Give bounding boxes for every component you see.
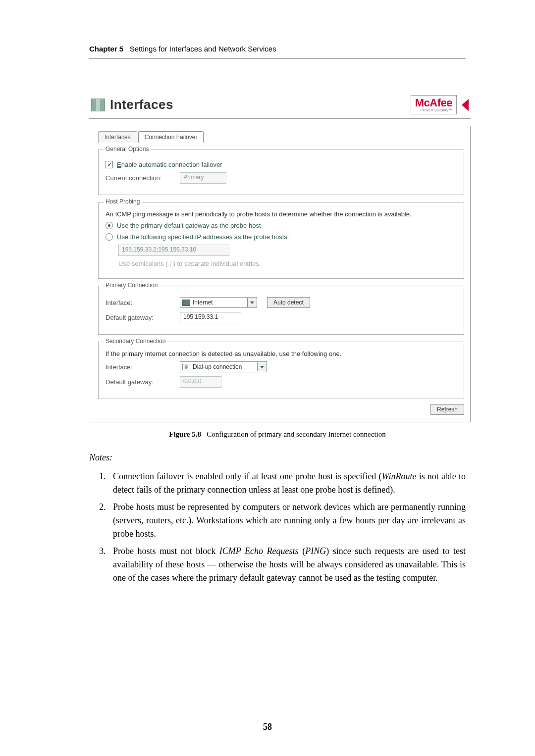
enable-failover-label: Enable automatic connection failover bbox=[117, 161, 222, 168]
primary-interface-value: Internet bbox=[193, 299, 247, 306]
brand-triangle-icon bbox=[462, 99, 469, 111]
running-header: Chapter 5 Settings for Interfaces and Ne… bbox=[89, 45, 466, 53]
secondary-interface-select[interactable]: Dial-up connection bbox=[180, 361, 267, 372]
tab-interfaces[interactable]: Interfaces bbox=[98, 131, 137, 143]
probe-specified-ip-label: Use the following specified IP addresses… bbox=[117, 233, 289, 241]
current-connection-label: Current connection: bbox=[106, 174, 180, 182]
secondary-interface-label: Interface: bbox=[106, 363, 180, 371]
brand-name: McAfee bbox=[415, 98, 452, 108]
current-connection-value: Primary bbox=[180, 172, 226, 184]
notes-heading: Notes: bbox=[89, 453, 466, 463]
secondary-gateway-input[interactable]: 0.0.0.0 bbox=[180, 376, 221, 388]
group-general-options: General Options ✔ Enable automatic conne… bbox=[98, 150, 464, 195]
screenshot-panel: Interfaces McAfee Proven Security™ Inter… bbox=[89, 93, 471, 422]
dialup-icon bbox=[182, 364, 190, 370]
probe-default-gateway-radio[interactable] bbox=[106, 222, 113, 229]
panel-title: Interfaces bbox=[110, 97, 411, 112]
chapter-label: Chapter 5 bbox=[89, 45, 123, 53]
enable-failover-checkbox[interactable]: ✔ bbox=[106, 161, 113, 168]
note-item-1: Connection failover is enabled only if a… bbox=[108, 470, 466, 497]
refresh-button[interactable]: Refresh bbox=[430, 404, 464, 415]
figure-caption-text: Configuration of primary and secondary I… bbox=[207, 430, 386, 438]
figure-number: Figure 5.8 bbox=[169, 430, 201, 438]
header-rule bbox=[89, 58, 466, 58]
primary-interface-select[interactable]: Internet bbox=[180, 297, 257, 308]
note-item-3: Probe hosts must not block ICMP Echo Req… bbox=[108, 545, 466, 585]
group-secondary-connection: Secondary Connection If the primary Inte… bbox=[98, 342, 464, 399]
network-adapter-icon bbox=[182, 300, 190, 306]
note-item-2: Probe hosts must be represented by compu… bbox=[108, 501, 466, 541]
legend-general: General Options bbox=[104, 146, 151, 152]
probe-hint: Use semicolons ( ; ) to separate individ… bbox=[118, 260, 261, 267]
chevron-down-icon[interactable] bbox=[257, 362, 267, 371]
primary-gateway-input[interactable]: 195.159.33.1 bbox=[180, 312, 241, 323]
legend-primary: Primary Connection bbox=[104, 282, 160, 289]
brand-tagline: Proven Security™ bbox=[415, 108, 452, 112]
group-host-probing: Host Probing An ICMP ping message is sen… bbox=[98, 202, 464, 279]
probe-default-gateway-label: Use the primary default gateway as the p… bbox=[117, 222, 261, 229]
probe-specified-ip-radio[interactable] bbox=[106, 233, 113, 241]
figure-caption: Figure 5.8 Configuration of primary and … bbox=[89, 430, 466, 439]
chapter-title: Settings for Interfaces and Network Serv… bbox=[130, 45, 276, 53]
group-primary-connection: Primary Connection Interface: Internet A… bbox=[98, 286, 464, 335]
legend-host-probing: Host Probing bbox=[104, 198, 142, 205]
tab-connection-failover[interactable]: Connection Failover bbox=[138, 131, 204, 143]
page-number: 58 bbox=[0, 722, 535, 732]
brand-box: McAfee Proven Security™ bbox=[411, 95, 457, 114]
auto-detect-button[interactable]: Auto detect bbox=[267, 297, 310, 308]
legend-secondary: Secondary Connection bbox=[104, 338, 167, 345]
tab-bar: Interfaces Connection Failover bbox=[98, 131, 464, 143]
secondary-interface-value: Dial-up connection bbox=[193, 363, 257, 370]
notes-list: Connection failover is enabled only if a… bbox=[89, 470, 466, 585]
primary-gateway-label: Default gateway: bbox=[106, 314, 180, 321]
primary-interface-label: Interface: bbox=[106, 299, 180, 306]
secondary-desc: If the primary Internet connection is de… bbox=[106, 350, 341, 357]
secondary-gateway-label: Default gateway: bbox=[106, 378, 180, 386]
host-probing-desc: An ICMP ping message is sent periodicall… bbox=[106, 210, 412, 218]
probe-ip-input[interactable]: 195.159.33.2;195.159.33.10 bbox=[118, 245, 229, 256]
chevron-down-icon[interactable] bbox=[247, 298, 257, 307]
interfaces-icon bbox=[91, 99, 105, 111]
title-rule bbox=[89, 118, 471, 119]
